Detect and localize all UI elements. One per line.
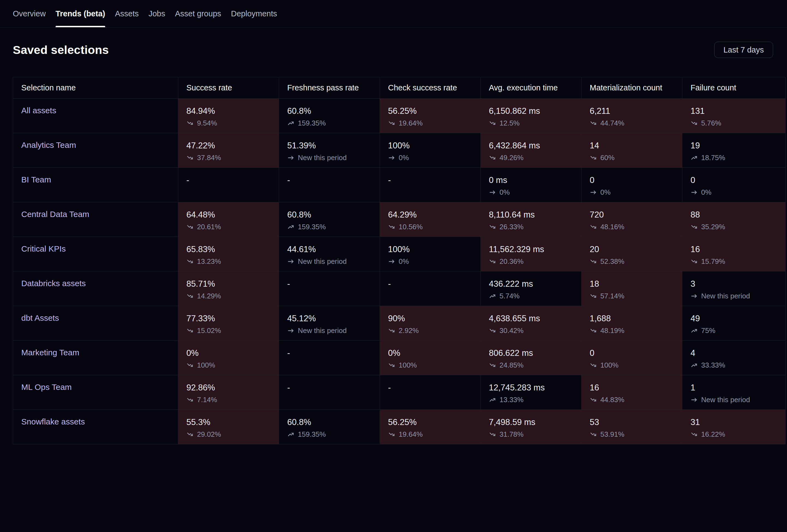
trend-delta: 33.33% [701, 361, 725, 369]
selection-link[interactable]: ML Ops Team [21, 382, 72, 392]
trend-up-icon [489, 396, 496, 403]
trend-indicator: 60% [590, 154, 674, 162]
selection-link[interactable]: BI Team [21, 175, 51, 184]
cell-failure-count: 1918.75% [682, 133, 785, 168]
table-row: Analytics Team47.22%37.84%51.39%New this… [13, 133, 785, 168]
selection-link[interactable]: Marketing Team [21, 348, 79, 357]
metric-value: 1 [690, 382, 777, 393]
trend-indicator: 30.42% [489, 327, 573, 335]
cell-materialization-count: 1,68848.19% [581, 306, 682, 340]
metric-value: 88 [690, 209, 777, 220]
trend-delta: 19.64% [399, 430, 423, 438]
table-body: All assets84.94%9.54%60.8%159.35%56.25%1… [13, 98, 785, 444]
cell-failure-count: 1315.76% [682, 98, 785, 133]
cell-check-success-rate: 100%0% [380, 237, 481, 271]
metric-value: 0 [690, 175, 777, 185]
cell-materialization-count: 1460% [581, 133, 682, 168]
trend-indicator: 29.02% [186, 430, 271, 438]
tab-assets[interactable]: Assets [115, 0, 139, 27]
trend-delta: 35.29% [701, 223, 725, 231]
selection-link[interactable]: Analytics Team [21, 140, 76, 150]
metric-value: - [388, 175, 472, 185]
trend-delta: New this period [701, 396, 750, 404]
trend-down-icon [186, 292, 194, 300]
metric-value: 47.22% [186, 140, 271, 151]
tab-overview[interactable]: Overview [13, 0, 46, 27]
trend-indicator: 18.75% [690, 154, 777, 162]
selection-link[interactable]: Databricks assets [21, 279, 86, 288]
trend-indicator: New this period [287, 327, 371, 335]
cell-failure-count: 4975% [682, 306, 785, 340]
cell-avg-execution-time: 6,432.864 ms49.26% [481, 133, 581, 168]
cell-freshness-pass-rate: - [279, 375, 380, 409]
selection-link[interactable]: dbt Assets [21, 313, 59, 323]
trend-indicator: 0% [388, 154, 472, 162]
trend-delta: 20.36% [499, 257, 524, 265]
column-header-avg-execution-time: Avg. execution time [481, 77, 581, 98]
trend-indicator: 15.79% [690, 257, 777, 265]
metric-value: 18 [590, 279, 674, 289]
trend-indicator: 100% [186, 361, 271, 369]
cell-materialization-count: 0100% [581, 340, 682, 375]
selection-link[interactable]: All assets [21, 106, 56, 115]
cell-avg-execution-time: 12,745.283 ms13.33% [481, 375, 581, 409]
trend-up-icon [287, 223, 295, 230]
trend-indicator: New this period [690, 292, 777, 300]
trend-delta: 53.91% [600, 430, 624, 438]
time-range-button[interactable]: Last 7 days [714, 42, 773, 58]
cell-freshness-pass-rate: 44.61%New this period [279, 237, 380, 271]
trend-down-icon [388, 327, 396, 334]
trend-flat-icon [690, 292, 698, 300]
trend-delta: New this period [298, 257, 347, 265]
trend-down-icon [388, 431, 396, 438]
cell-success-rate: 85.71%14.29% [178, 271, 279, 306]
cell-success-rate: 55.3%29.02% [178, 410, 279, 444]
tab-deployments[interactable]: Deployments [231, 0, 277, 27]
trend-down-icon [590, 431, 597, 438]
trend-delta: 29.02% [197, 430, 221, 438]
metric-value: 436.222 ms [489, 279, 573, 289]
cell-success-rate: 0%100% [178, 340, 279, 375]
cell-materialization-count: 72048.16% [581, 202, 682, 237]
metric-value: 31 [690, 417, 777, 427]
metric-value: 1,688 [590, 313, 674, 324]
trend-delta: 24.85% [499, 361, 524, 369]
trend-flat-icon [489, 189, 496, 196]
metric-value: 65.83% [186, 244, 271, 254]
cell-failure-count: 8835.29% [682, 202, 785, 237]
metric-value: 56.25% [388, 106, 472, 116]
trend-down-icon [489, 154, 496, 161]
metric-value: 100% [388, 244, 472, 254]
metric-value: 60.8% [287, 417, 371, 427]
metric-value: 49 [690, 313, 777, 324]
selection-link[interactable]: Central Data Team [21, 209, 89, 219]
trend-down-icon [388, 223, 396, 230]
cell-freshness-pass-rate: 51.39%New this period [279, 133, 380, 168]
cell-freshness-pass-rate: 60.8%159.35% [279, 98, 380, 133]
metric-value: 3 [690, 279, 777, 289]
trend-indicator: 13.33% [489, 396, 573, 404]
cell-failure-count: 433.33% [682, 340, 785, 375]
cell-check-success-rate: - [380, 375, 481, 409]
cell-selection-name: Marketing Team [13, 340, 178, 375]
metric-value: 0% [186, 348, 271, 358]
cell-failure-count: 00% [682, 168, 785, 202]
selection-link[interactable]: Critical KPIs [21, 244, 66, 253]
selection-link[interactable]: Snowflake assets [21, 417, 85, 426]
cell-avg-execution-time: 8,110.64 ms26.33% [481, 202, 581, 237]
trend-indicator: 20.61% [186, 223, 271, 231]
metric-value: 806.622 ms [489, 348, 573, 358]
trend-delta: 10.56% [399, 223, 423, 231]
tab-jobs[interactable]: Jobs [149, 0, 165, 27]
table-row: Critical KPIs65.83%13.23%44.61%New this … [13, 237, 785, 271]
column-header-check-success-rate: Check success rate [380, 77, 481, 98]
tab-trends-beta[interactable]: Trends (beta) [56, 0, 105, 27]
metric-value: 6,150.862 ms [489, 106, 573, 116]
trend-flat-icon [388, 258, 396, 265]
metric-value: 0 [590, 348, 674, 358]
metric-value: 8,110.64 ms [489, 209, 573, 220]
trend-up-icon [690, 327, 698, 334]
table-header: Selection nameSuccess rateFreshness pass… [13, 77, 785, 98]
tab-asset-groups[interactable]: Asset groups [175, 0, 221, 27]
cell-materialization-count: 5353.91% [581, 410, 682, 444]
